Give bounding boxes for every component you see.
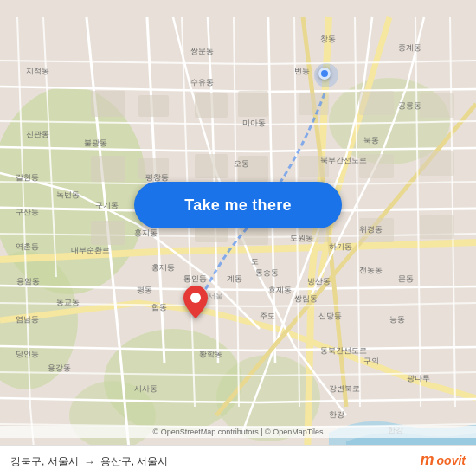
svg-rect-10 (238, 91, 268, 117)
moovit-logo-text: oovit (437, 453, 466, 467)
svg-text:하기동: 하기동 (329, 242, 352, 251)
svg-text:쌍문동: 쌍문동 (190, 47, 214, 55)
svg-rect-13 (195, 154, 228, 178)
map-attribution: © OpenStreetMap contributors | © OpenMap… (0, 426, 476, 438)
svg-text:문동: 문동 (398, 274, 414, 283)
svg-text:수유동: 수유동 (190, 78, 214, 87)
svg-text:구산동: 구산동 (16, 208, 39, 216)
svg-rect-7 (91, 91, 125, 117)
button-label: Take me there (184, 196, 292, 215)
svg-text:계동: 계동 (227, 274, 242, 283)
svg-text:방산동: 방산동 (307, 277, 331, 286)
svg-text:홍지동: 홍지동 (134, 228, 158, 237)
svg-text:공릉동: 공릉동 (398, 101, 421, 110)
bottom-bar: 강북구, 서울시 → 용산구, 서울시 m oovit (0, 445, 476, 476)
svg-text:불광동: 불광동 (84, 138, 107, 147)
svg-text:동북간선도로: 동북간선도로 (320, 346, 367, 355)
svg-text:갈현동: 갈현동 (16, 173, 39, 182)
svg-text:도원동: 도원동 (290, 234, 313, 242)
svg-text:구기동: 구기동 (95, 201, 119, 209)
svg-text:서울: 서울 (208, 292, 223, 300)
origin-label: 강북구, 서울시 (10, 454, 79, 469)
svg-text:창동: 창동 (320, 35, 336, 43)
svg-text:통숭동: 통숭동 (255, 268, 279, 277)
destination-marker (183, 286, 208, 322)
map-svg: 지적동 쌍문동 창동 중계동 진관동 공릉동 갈현동 불광동 수유동 번동 구기… (0, 0, 476, 476)
svg-text:강변북로: 강변북로 (329, 384, 360, 393)
svg-text:쌍림동: 쌍림동 (294, 294, 318, 303)
moovit-logo-m: m (421, 451, 434, 469)
svg-text:진관동: 진관동 (26, 130, 49, 138)
svg-text:신당동: 신당동 (318, 312, 342, 320)
svg-rect-9 (195, 93, 228, 118)
svg-text:용암동: 용암동 (16, 277, 40, 286)
svg-text:합동: 합동 (151, 303, 167, 312)
svg-text:구의: 구의 (363, 357, 379, 365)
svg-text:용강동: 용강동 (48, 363, 71, 372)
svg-text:전농동: 전농동 (359, 266, 383, 274)
svg-text:홍제동: 홍제동 (151, 263, 175, 272)
svg-text:지적동: 지적동 (26, 67, 49, 75)
svg-rect-19 (420, 93, 454, 118)
svg-point-81 (190, 293, 201, 303)
svg-rect-11 (91, 156, 125, 182)
take-me-there-button[interactable]: Take me there (134, 182, 342, 228)
map-container: 지적동 쌍문동 창동 중계동 진관동 공릉동 갈현동 불광동 수유동 번동 구기… (0, 0, 476, 476)
svg-text:내부순환로: 내부순환로 (71, 246, 110, 254)
svg-text:오동: 오동 (234, 159, 249, 168)
route-arrow: → (84, 455, 95, 468)
svg-text:평동: 평동 (137, 286, 152, 294)
svg-text:역촌동: 역촌동 (16, 242, 39, 251)
svg-text:동교동: 동교동 (56, 298, 80, 306)
svg-text:통인동: 통인동 (183, 274, 207, 283)
svg-text:중계동: 중계동 (398, 43, 421, 52)
svg-rect-20 (91, 221, 125, 245)
svg-rect-26 (420, 215, 454, 239)
svg-text:북부간선도로: 북부간선도로 (320, 156, 367, 164)
svg-text:주도: 주도 (260, 312, 275, 320)
svg-text:광나루: 광나루 (407, 374, 430, 383)
destination-label: 용산구, 서울시 (100, 454, 169, 469)
svg-text:당인동: 당인동 (16, 350, 39, 358)
svg-text:황학동: 황학동 (199, 350, 222, 358)
svg-text:북동: 북동 (363, 136, 379, 145)
svg-rect-16 (359, 91, 394, 115)
svg-rect-25 (420, 151, 454, 176)
svg-text:한강: 한강 (329, 410, 344, 419)
svg-text:번동: 번동 (294, 67, 310, 75)
svg-rect-8 (138, 95, 169, 117)
svg-text:녹번동: 녹번동 (56, 190, 80, 199)
svg-text:위경동: 위경동 (359, 225, 383, 234)
svg-text:도: 도 (251, 257, 259, 266)
svg-text:시사동: 시사동 (134, 384, 158, 393)
svg-text:평창동: 평창동 (145, 173, 169, 182)
svg-text:능동: 능동 (389, 315, 405, 324)
svg-text:효제동: 효제동 (268, 286, 292, 294)
svg-text:염남동: 염남동 (16, 315, 39, 324)
moovit-logo: m oovit (421, 451, 466, 469)
svg-text:미아동: 미아동 (242, 119, 266, 127)
origin-marker (318, 68, 331, 80)
